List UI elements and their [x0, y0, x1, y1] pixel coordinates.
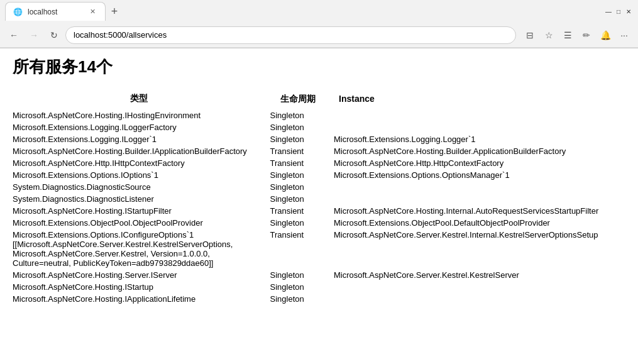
cell-instance [331, 121, 625, 133]
table-row: Microsoft.AspNetCore.Hosting.Server.ISer… [13, 269, 625, 281]
column-header-lifecycle: 生命周期 [270, 91, 332, 109]
split-view-button[interactable]: ☰ [559, 26, 576, 44]
tab-favicon: 🌐 [13, 8, 23, 16]
more-button[interactable]: ··· [615, 26, 633, 44]
cell-instance [331, 281, 625, 293]
refresh-icon: ↻ [50, 30, 58, 40]
cell-lifecycle: Singleton [270, 193, 332, 205]
table-row: Microsoft.AspNetCore.Http.IHttpContextFa… [13, 157, 625, 169]
cell-instance: Microsoft.AspNetCore.Http.HttpContextFac… [331, 157, 625, 169]
cell-lifecycle: Singleton [270, 121, 332, 133]
cell-lifecycle: Transient [270, 157, 332, 169]
cell-type: Microsoft.Extensions.Options.IOptions`1 [13, 169, 270, 181]
cell-lifecycle: Transient [270, 145, 332, 157]
cell-instance: Microsoft.AspNetCore.Server.Kestrel.Kest… [331, 269, 625, 281]
cell-lifecycle: Singleton [270, 181, 332, 193]
page-content: 所有服务14个 类型 生命周期 Instance Microsoft.AspNe… [0, 48, 638, 312]
cell-instance: Microsoft.Extensions.ObjectPool.DefaultO… [331, 217, 625, 229]
cell-lifecycle: Singleton [270, 269, 332, 281]
cell-type: Microsoft.AspNetCore.Hosting.IHostingEnv… [13, 109, 270, 121]
table-row: Microsoft.Extensions.Logging.ILoggerFact… [13, 121, 625, 133]
table-row: Microsoft.AspNetCore.Hosting.IHostingEnv… [13, 109, 625, 121]
cell-type: System.Diagnostics.DiagnosticSource [13, 181, 270, 193]
table-row: Microsoft.Extensions.ObjectPool.ObjectPo… [13, 217, 625, 229]
cell-instance: Microsoft.Extensions.Logging.Logger`1 [331, 133, 625, 145]
cell-lifecycle: Singleton [270, 281, 332, 293]
cell-instance [331, 109, 625, 121]
table-row: Microsoft.AspNetCore.Hosting.IStartupFil… [13, 205, 625, 217]
table-row: Microsoft.Extensions.Options.IConfigureO… [13, 229, 625, 269]
tab-title: localhost [28, 8, 82, 16]
minimize-button[interactable]: — [604, 7, 613, 16]
cell-type: Microsoft.AspNetCore.Hosting.IStartupFil… [13, 205, 270, 217]
cell-instance [331, 193, 625, 205]
cell-type: Microsoft.AspNetCore.Http.IHttpContextFa… [13, 157, 270, 169]
cell-lifecycle: Singleton [270, 133, 332, 145]
cell-lifecycle: Transient [270, 205, 332, 217]
cell-instance: Microsoft.AspNetCore.Hosting.Builder.App… [331, 145, 625, 157]
cell-type: System.Diagnostics.DiagnosticListener [13, 193, 270, 205]
cell-lifecycle: Transient [270, 229, 332, 269]
reader-view-button[interactable]: ⊟ [521, 26, 539, 44]
address-bar[interactable] [65, 26, 516, 44]
close-button[interactable]: ✕ [624, 7, 633, 16]
cell-instance [331, 293, 625, 305]
refresh-button[interactable]: ↻ [45, 26, 63, 44]
edit-icon: ✏ [583, 30, 590, 40]
table-row: Microsoft.AspNetCore.Hosting.Builder.IAp… [13, 145, 625, 157]
table-row: Microsoft.Extensions.Logging.ILogger`1Si… [13, 133, 625, 145]
cell-lifecycle: Singleton [270, 217, 332, 229]
cell-lifecycle: Singleton [270, 169, 332, 181]
table-row: Microsoft.Extensions.Options.IOptions`1S… [13, 169, 625, 181]
browser-tab[interactable]: 🌐 localhost ✕ [5, 2, 106, 21]
bookmark-icon: ☆ [545, 30, 553, 40]
page-title: 所有服务14个 [13, 56, 625, 78]
split-view-icon: ☰ [564, 30, 572, 40]
services-table: 类型 生命周期 Instance Microsoft.AspNetCore.Ho… [13, 91, 625, 305]
column-header-type: 类型 [13, 91, 270, 109]
back-button[interactable]: ← [5, 26, 23, 44]
cell-type: Microsoft.AspNetCore.Hosting.IStartup [13, 281, 270, 293]
table-row: Microsoft.AspNetCore.Hosting.IApplicatio… [13, 293, 625, 305]
cell-instance: Microsoft.AspNetCore.Server.Kestrel.Inte… [331, 229, 625, 269]
column-header-instance: Instance [331, 91, 625, 109]
forward-button[interactable]: → [25, 26, 43, 44]
maximize-button[interactable]: □ [614, 7, 623, 16]
cell-type: Microsoft.AspNetCore.Hosting.Builder.IAp… [13, 145, 270, 157]
cell-type: Microsoft.AspNetCore.Hosting.IApplicatio… [13, 293, 270, 305]
notifications-button[interactable]: 🔔 [597, 26, 614, 44]
cell-type: Microsoft.AspNetCore.Hosting.Server.ISer… [13, 269, 270, 281]
reader-view-icon: ⊟ [526, 30, 534, 40]
cell-type: Microsoft.Extensions.Options.IConfigureO… [13, 229, 270, 269]
bell-icon: 🔔 [600, 30, 611, 40]
table-row: Microsoft.AspNetCore.Hosting.IStartupSin… [13, 281, 625, 293]
cell-type: Microsoft.Extensions.Logging.ILogger`1 [13, 133, 270, 145]
more-icon: ··· [620, 30, 628, 40]
cell-lifecycle: Singleton [270, 109, 332, 121]
bookmark-button[interactable]: ☆ [540, 26, 558, 44]
new-tab-button[interactable]: + [106, 3, 123, 20]
cell-type: Microsoft.Extensions.ObjectPool.ObjectPo… [13, 217, 270, 229]
cell-instance: Microsoft.Extensions.Options.OptionsMana… [331, 169, 625, 181]
table-row: System.Diagnostics.DiagnosticListenerSin… [13, 193, 625, 205]
table-row: System.Diagnostics.DiagnosticSourceSingl… [13, 181, 625, 193]
forward-icon: → [30, 30, 38, 40]
edit-button[interactable]: ✏ [578, 26, 595, 44]
cell-type: Microsoft.Extensions.Logging.ILoggerFact… [13, 121, 270, 133]
tab-close-button[interactable]: ✕ [87, 7, 97, 17]
cell-instance [331, 181, 625, 193]
cell-lifecycle: Singleton [270, 293, 332, 305]
cell-instance: Microsoft.AspNetCore.Hosting.Internal.Au… [331, 205, 625, 217]
back-icon: ← [9, 30, 18, 40]
